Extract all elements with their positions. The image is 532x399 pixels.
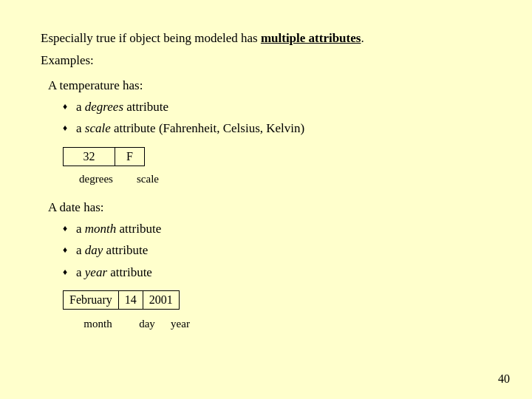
d-b3-suffix: attribute: [107, 265, 152, 279]
label-degrees: degrees: [63, 173, 129, 185]
date-section: A date has: a month attribute a day attr…: [41, 200, 491, 331]
t-b1-prefix: a: [76, 100, 85, 114]
temp-cell-scale: F: [115, 147, 145, 166]
temperature-labels: degrees scale: [63, 173, 491, 185]
date-bullet-3: a year attribute: [63, 263, 491, 282]
temperature-heading: A temperature has:: [41, 78, 491, 93]
t-b1-italic: degrees: [85, 100, 123, 114]
date-cell-month: February: [64, 291, 119, 310]
t-b2-italic: scale: [85, 121, 111, 135]
temperature-table-wrapper: 32 F: [63, 147, 145, 166]
label-day: day: [133, 318, 161, 330]
temperature-bullets: a degrees attribute a scale attribute (F…: [41, 98, 491, 138]
d-b1-italic: month: [85, 222, 117, 236]
date-table: February 14 2001: [63, 290, 180, 310]
t-b1-suffix: attribute: [123, 100, 168, 114]
temperature-table: 32 F: [63, 147, 145, 166]
temp-cell-degrees: 32: [64, 147, 115, 166]
d-b1-suffix: attribute: [116, 222, 161, 236]
d-b2-italic: day: [85, 243, 103, 257]
page-number: 40: [498, 372, 510, 386]
intro-prefix: Especially true if object being modeled …: [41, 31, 261, 45]
label-month: month: [63, 318, 133, 330]
d-b1-prefix: a: [76, 222, 85, 236]
date-labels: month day year: [63, 318, 491, 330]
temperature-bullet-2: a scale attribute (Fahrenheit, Celsius, …: [63, 119, 491, 138]
intro-line1: Especially true if object being modeled …: [41, 30, 491, 47]
label-scale: scale: [129, 173, 166, 185]
d-b3-italic: year: [85, 265, 107, 279]
temperature-bullet-1: a degrees attribute: [63, 98, 491, 117]
intro-bold: multiple attributes: [261, 31, 361, 45]
temperature-section: A temperature has: a degrees attribute a…: [41, 78, 491, 185]
date-cell-day: 14: [118, 291, 143, 310]
t-b2-suffix: attribute (Fahrenheit, Celsius, Kelvin): [111, 121, 305, 135]
date-cell-year: 2001: [143, 291, 179, 310]
date-bullets: a month attribute a day attribute a year…: [41, 219, 491, 282]
d-b2-prefix: a: [76, 243, 85, 257]
date-diagram: February 14 2001 month day year: [41, 290, 491, 330]
d-b3-prefix: a: [76, 265, 85, 279]
date-heading: A date has:: [41, 200, 491, 215]
temperature-diagram: 32 F degrees scale: [41, 147, 491, 185]
t-b2-prefix: a: [76, 121, 85, 135]
examples-label: Examples:: [41, 52, 491, 69]
intro-suffix: .: [361, 31, 364, 45]
label-year: year: [161, 318, 200, 330]
date-bullet-2: a day attribute: [63, 241, 491, 260]
date-table-wrapper: February 14 2001: [63, 290, 180, 310]
slide-content: Especially true if object being modeled …: [0, 0, 532, 367]
date-bullet-1: a month attribute: [63, 219, 491, 239]
d-b2-suffix: attribute: [103, 243, 148, 257]
